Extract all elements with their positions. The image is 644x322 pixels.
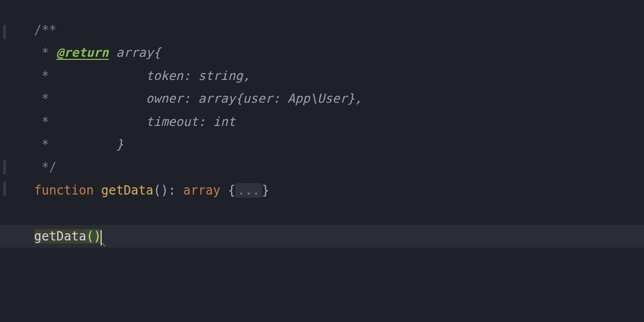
brace-open: { — [220, 183, 235, 198]
code-line[interactable]: */ — [0, 156, 644, 179]
code-line-current[interactable]: getData()∿ — [0, 225, 644, 248]
doc-star: * — [34, 69, 49, 83]
doc-text: token: string, — [49, 69, 250, 83]
doc-text: } — [49, 137, 124, 152]
return-type: array — [183, 183, 220, 198]
code-line[interactable]: * @return array{ — [0, 41, 644, 64]
doc-star: * — [34, 91, 49, 106]
colon: : — [168, 183, 183, 198]
code-line[interactable]: /** — [0, 19, 644, 41]
brace-close: } — [262, 183, 269, 198]
parens: () — [153, 183, 168, 198]
code-line-blank[interactable] — [0, 202, 644, 224]
doc-return-tag: @return — [56, 45, 108, 60]
code-line[interactable]: function getData(): array {...} — [0, 179, 644, 202]
fold-ellipsis[interactable]: ... — [235, 183, 262, 198]
code-lines[interactable]: /** * @return array{ * token: string, * … — [0, 19, 644, 248]
doc-text: timeout: int — [49, 115, 235, 129]
doc-star: * — [34, 137, 49, 152]
code-line[interactable]: * token: string, — [0, 65, 644, 87]
call-paren-open: ( — [86, 229, 93, 244]
code-editor[interactable]: /** * @return array{ * token: string, * … — [0, 0, 644, 322]
error-squiggle-icon: ∿ — [101, 238, 105, 251]
call-paren-close: ) — [94, 229, 101, 244]
doc-open: /** — [34, 23, 56, 37]
doc-space — [49, 45, 56, 60]
call-name: getData — [34, 229, 86, 244]
space — [94, 183, 101, 198]
code-line[interactable]: * timeout: int — [0, 110, 644, 133]
code-line[interactable]: * } — [0, 133, 644, 156]
keyword-function: function — [34, 183, 94, 198]
doc-close: */ — [34, 160, 56, 174]
function-name: getData — [101, 183, 153, 198]
code-line[interactable]: * owner: array{user: App\User}, — [0, 87, 644, 110]
doc-star: * — [34, 45, 49, 60]
doc-star: * — [34, 115, 49, 129]
doc-text: array{ — [109, 45, 161, 60]
doc-text: owner: array{user: App\User}, — [49, 91, 362, 106]
